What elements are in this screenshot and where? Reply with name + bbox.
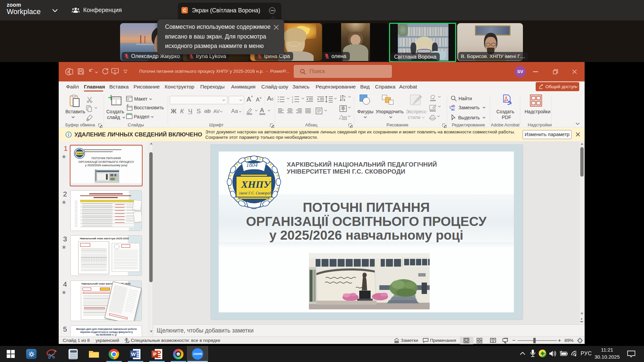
svg-text:1804: 1804: [246, 162, 258, 168]
svg-text:А: А: [344, 95, 346, 98]
svg-text:імені Г.С. Сковороди: імені Г.С. Сковороди: [239, 191, 273, 195]
svg-text:1: 1: [292, 96, 293, 98]
svg-text:ХНПУ: ХНПУ: [241, 179, 272, 190]
svg-text:3: 3: [292, 101, 293, 103]
svg-text:P: P: [67, 70, 70, 74]
svg-text:2: 2: [292, 99, 293, 101]
svg-text:ХНПУ: ХНПУ: [77, 152, 84, 155]
svg-text:ac: ac: [451, 108, 455, 111]
